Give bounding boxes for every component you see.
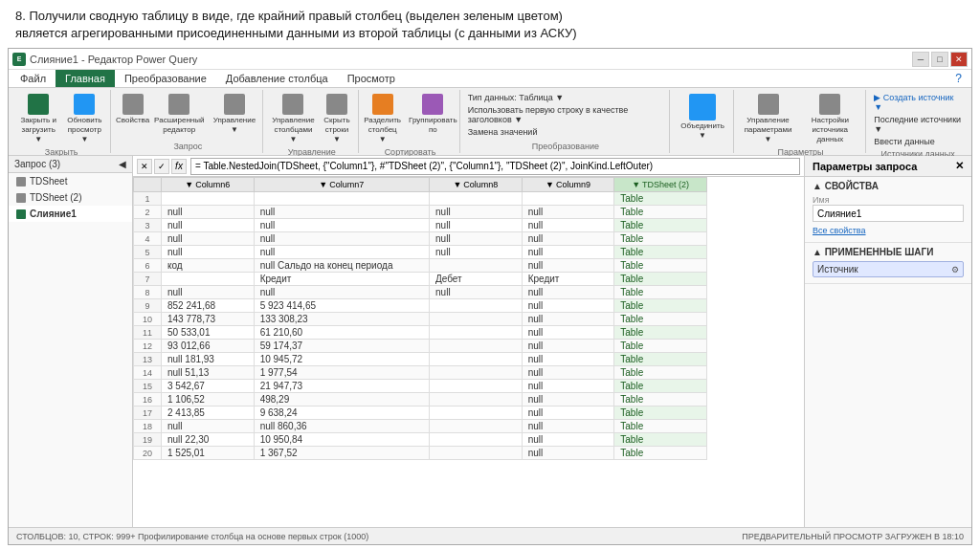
content-area: ✕ ✓ fx ▼ Colum [133, 156, 804, 527]
params-section-steps: ▲ ПРИМЕНЕННЫЕ ШАГИ Источник ⚙ [805, 243, 971, 284]
applied-steps-title: ▲ ПРИМЕНЕННЫЕ ШАГИ [813, 247, 964, 257]
ribbon-group-sort: Разделитьстолбец ▼ Группироватьпо Сортир… [361, 90, 459, 153]
tab-add-column[interactable]: Добавление столбца [216, 70, 338, 87]
ribbon-group-combine: Объединить ▼ [672, 90, 734, 153]
maximize-button[interactable]: □ [931, 52, 948, 67]
datasource-icon [819, 94, 840, 115]
table-row: 1150 533,0161 210,60nullTable [134, 326, 707, 340]
table-row: 14null 51,131 977,54nullTable [134, 366, 707, 380]
enter-data-button[interactable]: Ввести данные [872, 136, 937, 147]
formula-bar-buttons: ✕ ✓ fx [137, 159, 187, 174]
group-by-button[interactable]: Группироватьпо [406, 92, 459, 136]
properties-icon [122, 94, 144, 115]
tab-transform[interactable]: Преобразование [115, 70, 216, 87]
properties-button[interactable]: Свойства [114, 92, 151, 127]
sidebar-item-tdsheet2[interactable]: TDSheet (2) [9, 189, 132, 206]
sidebar-header: Запрос (3) ◀ [9, 156, 132, 173]
params-icon [758, 94, 779, 115]
close-button[interactable]: ✕ [950, 52, 968, 67]
formula-cancel-button[interactable]: ✕ [137, 159, 152, 174]
tab-file[interactable]: Файл [11, 70, 56, 87]
table-row: 1293 012,6659 174,37nullTable [134, 340, 707, 353]
title-bar-controls: ─ □ ✕ [912, 52, 968, 67]
replace-values-button[interactable]: Замена значений [466, 126, 540, 138]
ribbon-group-query: Свойства Расширенныйредактор Управление … [113, 90, 263, 153]
title-bar: E Слияние1 - Редактор Power Query ─ □ ✕ [9, 49, 971, 70]
col-header-c6[interactable]: ▼ Column6 [161, 178, 254, 192]
sidebar-item-slianie[interactable]: Слияние1 [9, 206, 132, 222]
manage-params-button[interactable]: Управлениепараметрами ▼ [740, 92, 796, 145]
merge-button[interactable]: Объединить ▼ [676, 92, 729, 142]
manage-columns-button[interactable]: Управлениестолбцами ▼ [269, 92, 317, 145]
refresh-preview-button[interactable]: Обновитьпросмотр ▼ [62, 92, 106, 145]
step-source[interactable]: Источник ⚙ [813, 261, 964, 277]
table-row: 19null 22,3010 950,84nullTable [134, 433, 707, 447]
col-header-last[interactable]: ▼ TDSheet (2) [614, 178, 707, 192]
params-section-properties: ▲ СВОЙСТВА Имя Все свойства [805, 177, 971, 243]
use-first-row-button[interactable]: Использовать первую строку в качестве за… [466, 104, 665, 125]
filter-icon-c6: ▼ [185, 180, 193, 189]
help-button[interactable]: ? [947, 70, 969, 87]
formula-input[interactable] [190, 158, 800, 175]
col-header-c9[interactable]: ▼ Column9 [522, 178, 614, 192]
data-table: ▼ Column6 ▼ Column7 [133, 177, 707, 460]
formula-fx-button[interactable]: fx [171, 159, 187, 174]
group-label-query: Запрос [173, 142, 202, 151]
advanced-editor-button[interactable]: Расширенныйредактор [153, 92, 206, 136]
table-row: 7КредитДебетКредитTable [134, 273, 707, 286]
data-source-settings-button[interactable]: Настройкиисточника данных [798, 92, 861, 145]
filter-icon-c8: ▼ [453, 180, 461, 189]
ribbon-group-params: Управлениепараметрами ▼ Настройкиисточни… [736, 90, 866, 153]
page-wrapper: 8. Получили сводную таблицу в виде, где … [0, 0, 980, 549]
columns-icon [282, 94, 303, 115]
manage-icon [224, 94, 245, 115]
refresh-icon [74, 94, 95, 115]
params-all-props: Все свойства [813, 225, 964, 235]
group-label-transform: Преобразование [532, 142, 599, 151]
formula-confirm-button[interactable]: ✓ [154, 159, 169, 174]
data-type-button[interactable]: Тип данных: Таблица ▼ [466, 92, 566, 103]
params-close-button[interactable]: ✕ [955, 160, 964, 172]
formula-bar: ✕ ✓ fx [133, 156, 804, 177]
col-header-c8[interactable]: ▼ Column8 [430, 178, 523, 192]
hide-rows-button[interactable]: Скрытьстроки ▼ [320, 92, 355, 145]
table-row: 172 413,859 638,24nullTable [134, 406, 707, 420]
recent-sources-button[interactable]: Последние источники ▼ [872, 114, 964, 135]
table-row: 2nullnullnullnullTable [134, 206, 707, 219]
manage-button[interactable]: Управление ▼ [208, 92, 262, 136]
table-row: 161 106,52498,29nullTable [134, 393, 707, 406]
table-row: 153 542,6721 947,73nullTable [134, 380, 707, 393]
editor-icon [168, 94, 189, 115]
split-column-button[interactable]: Разделитьстолбец ▼ [361, 92, 405, 145]
ribbon-group-sources: ▶ Создать источник ▼ Последние источники… [868, 90, 968, 153]
tab-view[interactable]: Просмотр [338, 70, 405, 87]
close-load-button[interactable]: Закрыть изагрузить ▼ [16, 92, 60, 145]
all-properties-link[interactable]: Все свойства [813, 226, 866, 235]
sidebar-item-tdsheet[interactable]: TDSheet [9, 173, 132, 189]
params-panel: Параметры запроса ✕ ▲ СВОЙСТВА Имя Все с… [804, 156, 971, 527]
minimize-button[interactable]: ─ [912, 52, 929, 67]
sidebar-collapse-button[interactable]: ◀ [119, 159, 126, 169]
row-num-header [134, 178, 162, 192]
excel-icon: E [12, 53, 26, 66]
merge-icon [689, 94, 716, 121]
header-subtitle: является агрегированными присоединенными… [15, 25, 965, 42]
params-name-input[interactable] [813, 205, 964, 222]
tab-home[interactable]: Главная [56, 70, 115, 87]
table-row: 4nullnullnullnullTable [134, 232, 707, 246]
create-source-button[interactable]: ▶ Создать источник ▼ [872, 92, 964, 113]
header-title: 8. Получили сводную таблицу в виде, где … [15, 8, 965, 25]
ribbon: Файл Главная Преобразование Добавление с… [9, 70, 971, 156]
table-area[interactable]: ▼ Column6 ▼ Column7 [133, 177, 804, 527]
split-icon [372, 94, 393, 115]
table-row: 10143 778,73133 308,23nullTable [134, 313, 707, 326]
step-gear-icon[interactable]: ⚙ [951, 265, 959, 274]
table-row: 9852 241,685 923 414,65nullTable [134, 299, 707, 313]
status-left: СТОЛБЦОВ: 10, СТРОК: 999+ Профилирование… [16, 532, 368, 541]
app-window: E Слияние1 - Редактор Power Query ─ □ ✕ … [8, 48, 972, 545]
table-row: 3nullnullnullnullTable [134, 219, 707, 232]
col-header-c7[interactable]: ▼ Column7 [254, 178, 429, 192]
filter-icon-last: ▼ [632, 180, 640, 189]
query-icon-3 [16, 209, 26, 219]
table-row: 8nullnullnullnullTable [134, 286, 707, 299]
